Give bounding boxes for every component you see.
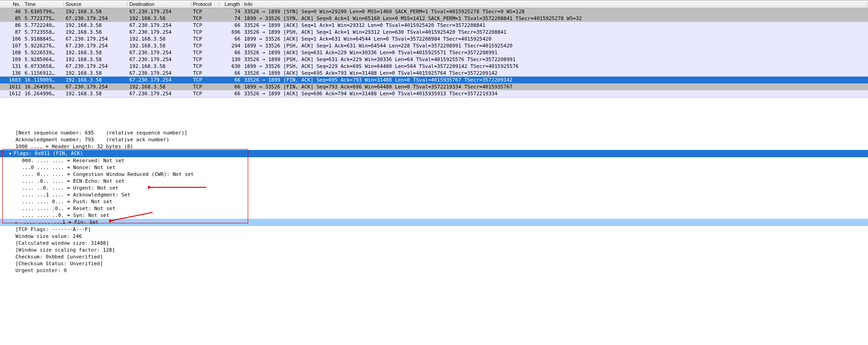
cell: 5.7723558… [23, 29, 64, 35]
tcp-flag-bit[interactable]: .... .... .0.. = Reset: Not set [0, 205, 868, 212]
packet-row[interactable]: 465.6305799…192.168.3.5867.230.179.254TC… [0, 8, 868, 15]
cell: 67.230.179.254 [128, 57, 191, 62]
cell: 136 [0, 70, 23, 76]
cell: 66 [220, 50, 242, 56]
cell: TCP [191, 63, 220, 69]
cell: 192.168.3.58 [64, 77, 128, 83]
cell: 107 [0, 43, 23, 49]
cell: 294 [220, 43, 242, 49]
cell: 130 [220, 57, 242, 62]
cell: 66 [220, 77, 242, 83]
packet-details-pane[interactable]: [Next sequence number: 695 (relative seq… [0, 98, 868, 274]
tcp-flag-bit[interactable]: .... ..0. .... = Urgent: Not set [0, 185, 868, 191]
packet-row[interactable]: 1366.1156912…192.168.3.5867.230.179.254T… [0, 70, 868, 77]
cell: 67.230.179.254 [64, 43, 128, 49]
cell: 1899 → 33526 [ACK] Seq=1 Ack=631 Win=645… [242, 36, 868, 42]
cell: 108 [0, 50, 23, 56]
packet-row[interactable]: 875.7723558…192.168.3.5867.230.179.254TC… [0, 29, 868, 36]
cell: 1899 → 33526 [SYN, ACK] Seq=0 Ack=1 Win=… [242, 15, 868, 21]
cell: TCP [191, 50, 220, 56]
packet-list-header[interactable]: No. Time Source Destination Protocol Len… [0, 0, 868, 8]
tcp-flag-bit[interactable]: .... 0... .... = Congestion Window Reduc… [0, 171, 868, 178]
packet-list-pane[interactable]: No. Time Source Destination Protocol Len… [0, 0, 868, 98]
tcp-flag-bit[interactable]: .... .... ..0. = Syn: Not set [0, 212, 868, 219]
cell: TCP [191, 9, 220, 15]
cell: TCP [191, 57, 220, 62]
packet-row[interactable]: 1075.9226276…67.230.179.254192.168.3.58T… [0, 42, 868, 49]
cell: 86 [0, 22, 23, 28]
cell: 192.168.3.58 [64, 91, 128, 97]
cell: 192.168.3.58 [64, 22, 128, 28]
packet-row[interactable]: 161116.264959…67.230.179.254192.168.3.58… [0, 83, 868, 90]
cell: 192.168.3.58 [64, 29, 128, 35]
cell: 5.9226539… [23, 50, 64, 56]
col-header-time[interactable]: Time [23, 1, 64, 7]
cell: 66 [220, 70, 242, 76]
cell: 67.230.179.254 [128, 50, 191, 56]
cell: TCP [191, 70, 220, 76]
tcp-flags-header[interactable]: Flags: 0x011 (FIN, ACK) [0, 150, 868, 157]
cell: 67.230.179.254 [128, 91, 191, 97]
packet-row[interactable]: 1095.9285064…192.168.3.5867.230.179.254T… [0, 56, 868, 63]
expand-icon[interactable] [9, 150, 14, 157]
cell: 67.230.179.254 [128, 9, 191, 15]
packet-row[interactable]: 1065.9188845…67.230.179.254192.168.3.58T… [0, 36, 868, 42]
cell: 16.119009… [23, 77, 64, 83]
cell: 33526 → 1899 [PSH, ACK] Seq=631 Ack=229 … [242, 57, 868, 62]
cell: 696 [220, 29, 242, 35]
tcp-field[interactable]: Urgent pointer: 0 [0, 267, 868, 274]
col-header-no[interactable]: No. [0, 1, 23, 7]
tcp-flag-bit[interactable]: 000. .... .... = Reserved: Not set [0, 157, 868, 164]
tcp-field[interactable]: [Window size scaling factor: 128] [0, 247, 868, 253]
tcp-field[interactable]: Window size value: 246 [0, 233, 868, 240]
cell: 33526 → 1899 [ACK] Seq=1 Ack=1 Win=29312… [242, 22, 868, 28]
cell: 192.168.3.58 [64, 9, 128, 15]
col-header-destination[interactable]: Destination [128, 1, 191, 7]
cell: 67.230.179.254 [128, 77, 191, 83]
packet-row[interactable]: 1316.0733658…67.230.179.254192.168.3.58T… [0, 63, 868, 70]
tcp-field[interactable]: [TCP Flags: ·······A···F] [0, 226, 868, 233]
expand-icon[interactable] [15, 219, 20, 226]
cell: 5.7721775… [23, 15, 64, 21]
tcp-flag-bit[interactable]: .... .... 0... = Push: Not set [0, 198, 868, 205]
cell: TCP [191, 91, 220, 97]
cell: 6.1156912… [23, 70, 64, 76]
col-header-source[interactable]: Source [64, 1, 128, 7]
packet-row[interactable]: 1085.9226539…192.168.3.5867.230.179.254T… [0, 49, 868, 56]
cell: TCP [191, 29, 220, 35]
tcp-field[interactable]: [Calculated window size: 31488] [0, 240, 868, 247]
packet-row[interactable]: 855.7721775…67.230.179.254192.168.3.58TC… [0, 15, 868, 22]
tcp-field[interactable]: Checksum: 0xbbed [unverified] [0, 253, 868, 260]
cell: 192.168.3.58 [64, 70, 128, 76]
tcp-flag-bit[interactable]: .... ...1 .... = Acknowledgment: Set [0, 191, 868, 198]
packet-row[interactable]: 161216.264996…192.168.3.5867.230.179.254… [0, 90, 868, 97]
cell: 67.230.179.254 [128, 70, 191, 76]
cell: 5.7722240… [23, 22, 64, 28]
tcp-flag-bit[interactable]: .... .0.. .... = ECN-Echo: Not set [0, 178, 868, 185]
tcp-flag-fin[interactable]: .... .... ...1 = Fin: Set [0, 219, 868, 226]
cell: 67.230.179.254 [128, 29, 191, 35]
cell: TCP [191, 84, 220, 90]
tcp-header-len: 1000 .... = Header Length: 32 bytes (8) [0, 143, 868, 150]
col-header-protocol[interactable]: Protocol [191, 1, 220, 7]
cell: 106 [0, 36, 23, 42]
tcp-field[interactable]: [Checksum Status: Unverified] [0, 260, 868, 267]
cell: 5.9226276… [23, 43, 64, 49]
cell: 67.230.179.254 [64, 15, 128, 21]
cell: 33526 → 1899 [SYN] Seq=0 Win=29200 Len=0… [242, 9, 868, 15]
cell: 1899 → 33526 [FIN, ACK] Seq=793 Ack=696 … [242, 84, 868, 90]
packet-row[interactable]: 160316.119009…192.168.3.5867.230.179.254… [0, 77, 868, 83]
tcp-flag-bit[interactable]: ...0 .... .... = Nonce: Not set [0, 164, 868, 171]
cell: 109 [0, 57, 23, 62]
col-header-length[interactable]: Length [220, 1, 242, 7]
packet-row[interactable]: 865.7722240…192.168.3.5867.230.179.254TC… [0, 22, 868, 29]
cell: 192.168.3.58 [128, 36, 191, 42]
cell: 5.9188845… [23, 36, 64, 42]
cell: 67.230.179.254 [128, 22, 191, 28]
cell: 46 [0, 9, 23, 15]
cell: 66 [220, 84, 242, 90]
cell: 6.0733658… [23, 63, 64, 69]
cell: 87 [0, 29, 23, 35]
cell: 33526 → 1899 [FIN, ACK] Seq=695 Ack=793 … [242, 77, 868, 83]
col-header-info[interactable]: Info [242, 1, 868, 7]
